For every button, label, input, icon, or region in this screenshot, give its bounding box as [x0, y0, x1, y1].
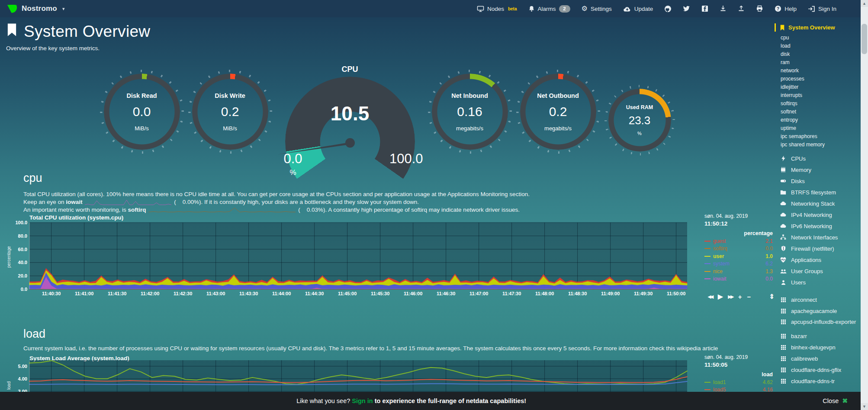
- banner-close-button[interactable]: Close ✖: [823, 397, 848, 405]
- scroll-up-arrow[interactable]: ▲: [861, 0, 868, 7]
- help-button[interactable]: ? Help: [775, 5, 797, 12]
- resize-handle[interactable]: ⇕: [769, 293, 775, 300]
- legend-value: 1.0: [765, 253, 773, 259]
- cpu-desc-line3-prefix: An important metric worth monitoring, is: [23, 207, 126, 213]
- net-outbound-gauge[interactable]: Net Outbound 0.2 megabits/s: [520, 74, 596, 150]
- sidebar-item-ipv6-networking[interactable]: IPv6 Networking: [780, 220, 861, 232]
- sidebar-item-disks[interactable]: Disks: [780, 175, 861, 187]
- sidebar-item-ipv4-networking[interactable]: IPv4 Networking: [780, 209, 861, 220]
- softirq-sparkline[interactable]: [148, 207, 296, 213]
- settings-button[interactable]: ⚙ Settings: [582, 5, 612, 12]
- help-label: Help: [784, 6, 797, 12]
- disk-write-gauge[interactable]: Disk Write 0.2 MiB/s: [192, 74, 268, 150]
- sidebar-item-system-overview[interactable]: System Overview: [780, 24, 861, 31]
- alarms-button[interactable]: Alarms2: [528, 5, 570, 13]
- disk-read-gauge[interactable]: Disk Read 0.0 MiB/s: [104, 74, 180, 150]
- sidebar-item-interrupts[interactable]: interrupts: [780, 91, 861, 100]
- sidebar-item-disk[interactable]: disk: [780, 50, 861, 58]
- sidebar-item-calibreweb[interactable]: calibreweb: [780, 353, 861, 364]
- sidebar-item-bazarr[interactable]: bazarr: [780, 330, 861, 342]
- node-menu[interactable]: Nostromo ▾: [6, 3, 64, 14]
- pan-left-button[interactable]: ◂◂: [708, 293, 713, 300]
- gauge-value: 23.3: [629, 114, 651, 127]
- sidebar-item-applications[interactable]: Applications: [780, 254, 861, 265]
- print-button[interactable]: [756, 5, 763, 12]
- sidebar-item-btrfs[interactable]: BTRFS filesystem: [780, 187, 861, 198]
- cloud-icon: [780, 200, 787, 207]
- settings-label: Settings: [591, 6, 612, 12]
- sidebar-item-softnet[interactable]: softnet: [780, 108, 861, 116]
- sidebar-item-ipc-semaphores[interactable]: ipc semaphores: [780, 132, 861, 141]
- legend-row-nice[interactable]: nice 1.3: [704, 268, 773, 275]
- nodes-button[interactable]: Nodesbeta: [477, 6, 517, 12]
- section-heading-cpu: cpu: [23, 171, 42, 185]
- legend-row-softirq[interactable]: softirq 0.0: [704, 245, 773, 253]
- sidebar-item-load[interactable]: load: [780, 42, 861, 50]
- beta-badge: beta: [508, 6, 517, 11]
- sidebar-item-airconnect[interactable]: airconnect: [780, 294, 861, 305]
- legend-row-guest[interactable]: guest 2.1: [704, 237, 773, 245]
- svg-text:11:44:30: 11:44:30: [305, 291, 324, 296]
- net-inbound-gauge[interactable]: Net Inbound 0.16 megabits/s: [432, 74, 508, 150]
- scroll-down-arrow[interactable]: ▼: [861, 403, 868, 410]
- signin-button[interactable]: Sign In: [808, 6, 836, 12]
- sidebar-item-cloudflare-ddns-gflix[interactable]: cloudflare-ddns-gflix: [780, 364, 861, 375]
- svg-text:11:45:00: 11:45:00: [338, 291, 357, 296]
- sidebar-item-user-groups[interactable]: User Groups: [780, 265, 861, 277]
- pan-right-button[interactable]: ▸▸: [728, 293, 733, 300]
- legend-row-system[interactable]: system 6.2: [704, 260, 773, 268]
- signin-banner: Like what you see? Sign in to experience…: [0, 392, 861, 410]
- github-icon: [664, 5, 672, 13]
- sidebar-item-ram[interactable]: ram: [780, 58, 861, 67]
- svg-text:11:44:00: 11:44:00: [272, 291, 291, 296]
- sidebar-item-firewall[interactable]: Firewall (netfilter): [780, 243, 861, 254]
- sidebar-item-ipc-shared-memory[interactable]: ipc shared memory: [780, 141, 861, 149]
- sidebar-item-network[interactable]: network: [780, 67, 861, 75]
- sidebar-item-memory[interactable]: Memory: [780, 164, 861, 175]
- cpu-chart-title: Total CPU utilization (system.cpu): [29, 214, 123, 221]
- facebook-button[interactable]: [701, 5, 708, 12]
- sidebar-item-network-interfaces[interactable]: Network Interfaces: [780, 232, 861, 243]
- sidebar-item-idlejitter[interactable]: idlejitter: [780, 83, 861, 91]
- sidebar-item-apcupsd-influxdb-exporter[interactable]: apcupsd-influxdb-exporter: [780, 316, 861, 330]
- legend-row-iowait[interactable]: iowait 0.0: [704, 275, 773, 283]
- twitter-button[interactable]: [683, 6, 690, 12]
- cpu-chart[interactable]: 11:40:3011:41:0011:41:3011:42:0011:42:30…: [12, 221, 690, 297]
- page-title: System Overview: [24, 23, 150, 41]
- alarms-count-badge: 2: [559, 5, 570, 13]
- used-ram-gauge[interactable]: Used RAM 23.3 %: [608, 89, 671, 152]
- legend-row-load1[interactable]: load1 4.62: [704, 378, 773, 386]
- page-scrollbar[interactable]: ▲ ▼: [861, 0, 868, 410]
- sidebar-item-apacheguacamole[interactable]: apacheguacamole: [780, 305, 861, 316]
- legend-unit-header: load: [704, 371, 773, 378]
- sidebar-item-uptime[interactable]: uptime: [780, 124, 861, 132]
- gauge-value: 0.2: [221, 104, 239, 119]
- sidebar-item-binhex-delugevpn[interactable]: binhex-delugevpn: [780, 342, 861, 353]
- sidebar-item-networking-stack[interactable]: Networking Stack: [780, 198, 861, 209]
- cpu-gauge[interactable]: CPU 10.5 0.0 % 100.0: [280, 64, 420, 175]
- sidebar-item-entropy[interactable]: entropy: [780, 116, 861, 124]
- sidebar-item-cpus[interactable]: CPUs: [780, 153, 861, 164]
- export-button[interactable]: [738, 5, 745, 12]
- sidebar-item-cloudflare-ddns-tr[interactable]: cloudflare-ddns-tr: [780, 375, 861, 387]
- sidebar-item-cpu[interactable]: cpu: [780, 34, 861, 42]
- gauge-units: %: [637, 131, 642, 136]
- zoom-out-button[interactable]: −: [747, 293, 751, 300]
- sidebar-item-softirqs[interactable]: softirqs: [780, 100, 861, 108]
- play-button[interactable]: ▶: [718, 293, 723, 300]
- svg-text:?: ?: [777, 6, 779, 11]
- grid-icon: [780, 297, 787, 303]
- scrollbar-thumb[interactable]: [862, 24, 867, 54]
- zoom-in-button[interactable]: +: [738, 293, 742, 300]
- sidebar-item-label: Users: [791, 279, 806, 286]
- legend-name: system: [713, 261, 765, 267]
- update-button[interactable]: Update: [623, 6, 653, 12]
- legend-row-user[interactable]: user 1.0: [704, 252, 773, 260]
- sidebar-item-users[interactable]: Users: [780, 277, 861, 288]
- page-subtitle: Overview of the key system metrics.: [6, 45, 150, 52]
- github-button[interactable]: [664, 5, 672, 13]
- banner-signin-link[interactable]: Sign in: [352, 397, 373, 404]
- iowait-sparkline[interactable]: [85, 199, 171, 206]
- sidebar-item-processes[interactable]: processes: [780, 75, 861, 83]
- import-button[interactable]: [720, 5, 727, 12]
